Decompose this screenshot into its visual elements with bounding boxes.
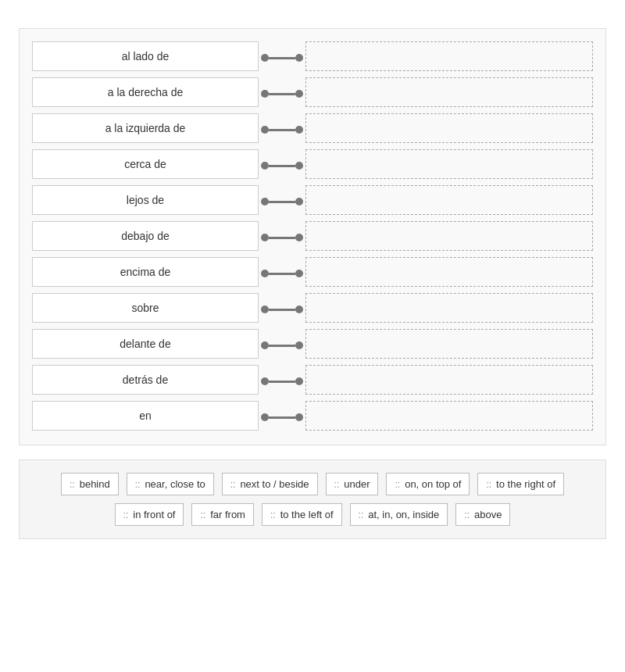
left-item: a la izquierda de [32,113,259,143]
connector [259,43,305,73]
answer-chip[interactable]: ::near, close to [127,473,214,495]
connector-dot-right [295,90,303,98]
right-drop-zone[interactable] [305,77,593,107]
connector-line-body [269,165,295,167]
answer-chip[interactable]: ::to the left of [262,503,342,526]
connector-line-body [269,57,295,59]
connector-line [261,341,303,349]
answer-chip[interactable]: ::to the right of [477,473,564,495]
left-item: al lado de [32,41,259,71]
left-item: delante de [32,329,259,359]
drag-icon: :: [359,509,364,520]
right-drop-zone[interactable] [305,113,593,143]
connector [259,402,305,432]
connector-dot-left [261,54,269,62]
connector-dot-left [261,234,269,241]
drag-icon: :: [200,509,205,520]
left-item: en [32,401,259,431]
connector-dot-left [261,126,269,134]
chip-label: to the left of [280,509,334,520]
connector-dot-left [261,413,269,421]
right-drop-zone[interactable] [305,221,593,251]
drag-icon: :: [464,509,470,520]
chip-label: above [474,509,502,520]
answer-chip[interactable]: ::at, in, on, inside [350,503,448,526]
connector-dot-right [295,341,303,349]
chip-label: under [344,478,370,490]
connector-line-body [269,93,295,95]
connector-line-body [269,381,295,383]
connector-dot-left [261,198,269,206]
connector-dot-right [295,54,303,62]
answer-chip[interactable]: ::under [326,473,379,495]
right-drop-zone[interactable] [305,401,593,431]
connector-column [259,41,305,432]
chip-label: at, in, on, inside [368,509,439,520]
left-item: cerca de [32,149,259,179]
connector [259,79,305,109]
right-drop-zone[interactable] [305,365,593,395]
left-item: encima de [32,257,259,287]
drag-icon: :: [270,509,276,520]
left-item: debajo de [32,221,259,251]
connector-line [261,54,303,62]
connector [259,295,305,324]
right-drop-zone[interactable] [305,41,593,71]
answer-chip[interactable]: ::behind [61,473,119,495]
chip-label: near, close to [145,478,205,490]
connector-line [261,377,303,385]
right-drop-zone[interactable] [305,329,593,359]
connector-dot-right [295,413,303,421]
connector [259,115,305,145]
connector-line-body [269,237,295,239]
right-drop-zone[interactable] [305,149,593,179]
matching-area: al lado dea la derecha dea la izquierda … [19,28,606,445]
connector-dot-left [261,90,269,98]
answer-chip[interactable]: ::next to / beside [222,473,318,495]
connector-dot-right [295,198,303,206]
drag-icon: :: [334,479,340,490]
drag-icon: :: [123,509,129,520]
connector-line [261,270,303,277]
answer-chip[interactable]: ::above [455,503,510,526]
connector-dot-right [295,234,303,241]
connector [259,259,305,288]
right-column [305,41,593,432]
connector-dot-left [261,341,269,349]
answer-chip[interactable]: ::on, on top of [386,473,470,495]
left-item: sobre [32,293,259,323]
left-item: detrás de [32,365,259,395]
connector-dot-left [261,377,269,385]
connector-line-body [269,309,295,311]
answer-chip[interactable]: ::far from [191,503,253,526]
connector [259,151,305,181]
connector-line-body [269,273,295,275]
connector-line [261,90,303,98]
drag-icon: :: [135,479,141,490]
connector [259,366,305,396]
connector-line [261,198,303,206]
connector-line [261,306,303,313]
left-column: al lado dea la derecha dea la izquierda … [32,41,259,432]
left-item: lejos de [32,185,259,215]
right-drop-zone[interactable] [305,185,593,215]
connector-dot-right [295,162,303,170]
answer-bank: ::behind::near, close to::next to / besi… [19,459,606,539]
answer-chip[interactable]: ::in front of [115,503,184,526]
connector [259,187,305,216]
left-item: a la derecha de [32,77,259,107]
right-drop-zone[interactable] [305,293,593,323]
connector-dot-right [295,377,303,385]
chip-label: in front of [133,509,175,520]
right-drop-zone[interactable] [305,257,593,287]
connector-dot-left [261,270,269,277]
connector-line-body [269,201,295,203]
drag-icon: :: [230,479,236,490]
chip-label: next to / beside [240,478,309,490]
connector-line [261,413,303,421]
drag-icon: :: [70,479,75,490]
connector-line-body [269,416,295,419]
connector-line [261,126,303,134]
chip-label: on, on top of [405,478,461,490]
connector-line [261,234,303,241]
